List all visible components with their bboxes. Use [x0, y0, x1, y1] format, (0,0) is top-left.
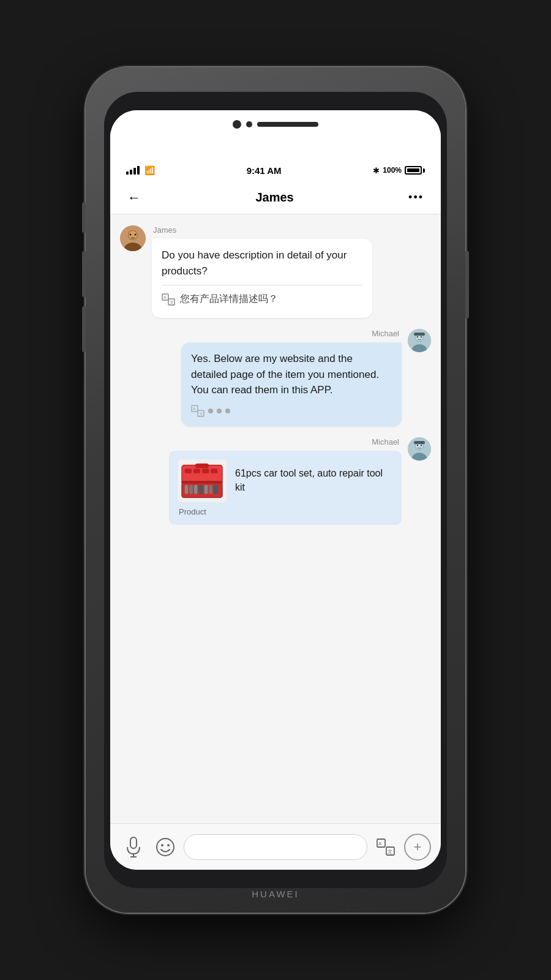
svg-text:文: 文	[388, 849, 392, 854]
svg-text:文: 文	[170, 300, 174, 304]
emoji-button[interactable]	[152, 834, 179, 861]
product-image	[178, 459, 227, 502]
battery-tip	[423, 168, 425, 173]
product-card[interactable]: 61pcs car tool set, auto repair tool kit…	[169, 451, 402, 525]
svg-point-5	[135, 234, 137, 236]
phone-device: 📶 9:41 AM ✱ 100% ← James	[86, 67, 465, 913]
svg-text:A: A	[163, 295, 167, 300]
battery-body	[405, 166, 422, 175]
proximity-sensor	[246, 121, 252, 127]
power-button[interactable]	[465, 251, 469, 318]
translate-icon: A 文	[162, 293, 175, 309]
volume-up-button[interactable]	[82, 251, 86, 297]
brand-label: HUAWEI	[252, 889, 299, 899]
wifi-icon: 📶	[144, 165, 155, 175]
product-card-inner: 61pcs car tool set, auto repair tool kit	[178, 459, 393, 502]
microphone-button[interactable]	[120, 834, 147, 861]
earpiece-speaker	[257, 122, 318, 127]
mute-button[interactable]	[82, 202, 86, 233]
camera-area	[233, 120, 318, 129]
avatar-michael-2	[408, 437, 431, 461]
bluetooth-icon: ✱	[373, 166, 380, 175]
signal-bar-3	[133, 168, 136, 175]
screen: 📶 9:41 AM ✱ 100% ← James	[110, 110, 441, 870]
svg-text:文: 文	[199, 412, 203, 416]
james-avatar-svg	[120, 225, 146, 251]
nav-title: James	[255, 190, 293, 205]
notch-area	[110, 110, 441, 159]
svg-rect-43	[130, 837, 137, 848]
james-message-bubble[interactable]: Do you have description in detail of you…	[152, 239, 372, 318]
volume-down-button[interactable]	[82, 306, 86, 352]
back-button[interactable]: ←	[122, 185, 146, 211]
svg-rect-28	[185, 484, 189, 494]
message-input[interactable]	[184, 834, 367, 860]
signal-bars-icon	[126, 166, 140, 175]
svg-rect-20	[414, 333, 425, 336]
michael-avatar-svg-2	[408, 437, 431, 461]
chat-area: James Do you have description in detail …	[110, 214, 441, 823]
microphone-icon	[126, 837, 141, 858]
james-sender-name: James	[153, 225, 372, 235]
svg-point-4	[130, 234, 132, 236]
battery-icon	[405, 166, 425, 175]
svg-point-48	[167, 844, 170, 846]
more-options-button[interactable]: •••	[403, 186, 429, 209]
james-message-text: Do you have description in detail of you…	[162, 247, 362, 279]
translated-text: 您有产品详情描述吗？	[180, 292, 278, 306]
signal-bar-2	[130, 170, 132, 175]
svg-point-41	[421, 444, 422, 445]
avatar-michael-1	[408, 329, 431, 352]
svg-rect-25	[202, 469, 209, 473]
loading-dot-2	[217, 409, 222, 413]
status-left: 📶	[126, 165, 155, 175]
status-bar: 📶 9:41 AM ✱ 100%	[110, 159, 441, 181]
message-received-james: James Do you have description in detail …	[120, 225, 431, 318]
michael-message-wrapper-2: Michael	[169, 437, 402, 525]
svg-rect-22	[195, 463, 209, 468]
plus-button[interactable]: +	[404, 834, 431, 861]
product-title: 61pcs car tool set, auto repair tool kit	[235, 467, 393, 494]
translation-block: A 文 您有产品详情描述吗？	[162, 292, 362, 309]
avatar-james	[120, 225, 146, 251]
michael-message-text-1: Yes. Below are my website and the detail…	[191, 351, 392, 398]
michael-avatar-svg-1	[408, 329, 431, 352]
svg-rect-33	[209, 484, 212, 494]
michael-sender-name-1: Michael	[372, 329, 399, 338]
message-sent-michael-2: Michael	[120, 437, 431, 525]
signal-bar-4	[137, 166, 140, 175]
nav-bar: ← James •••	[110, 181, 441, 214]
svg-text:A: A	[378, 841, 382, 846]
michael-message-wrapper-1: Michael Yes. Below are my website and th…	[181, 329, 402, 426]
camera-dot	[233, 120, 241, 129]
svg-point-19	[421, 336, 422, 337]
svg-rect-35	[181, 481, 223, 484]
plus-icon: +	[414, 840, 422, 854]
translate-symbol-icon: A 文	[162, 293, 175, 306]
loading-dot-1	[208, 409, 213, 413]
battery-fill	[407, 168, 419, 172]
svg-point-47	[161, 844, 163, 846]
svg-rect-30	[194, 484, 198, 494]
svg-rect-32	[204, 484, 208, 494]
translate-icon: A 文	[377, 838, 395, 856]
status-right: ✱ 100%	[373, 166, 425, 175]
svg-rect-26	[211, 469, 217, 473]
svg-rect-34	[214, 484, 219, 494]
svg-point-18	[417, 336, 418, 337]
svg-point-40	[417, 444, 418, 445]
svg-rect-23	[185, 469, 192, 473]
michael-sender-name-2: Michael	[372, 437, 399, 447]
translate-symbol-icon-2: A 文	[191, 404, 204, 418]
message-sent-michael-1: Michael Yes. Below are my website and th…	[120, 329, 431, 426]
loading-dot-3	[225, 409, 230, 413]
bottom-bar: A 文 +	[110, 823, 441, 870]
michael-message-bubble-1[interactable]: Yes. Below are my website and the detail…	[181, 342, 402, 426]
svg-text:A: A	[193, 407, 196, 411]
translate-button[interactable]: A 文	[372, 834, 399, 861]
james-message-content: James Do you have description in detail …	[152, 225, 372, 318]
battery-percent: 100%	[383, 166, 402, 175]
svg-rect-24	[193, 469, 200, 473]
emoji-icon	[156, 837, 175, 857]
signal-bar-1	[126, 172, 129, 175]
